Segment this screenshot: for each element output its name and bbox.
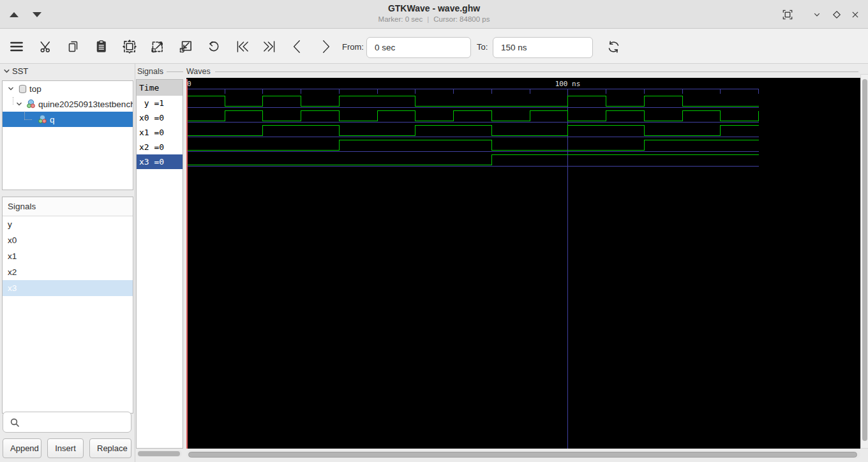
reload-button[interactable]: [602, 35, 625, 58]
signal-list-item[interactable]: x0: [3, 232, 133, 248]
titlebar: GTKWave - wave.ghw Marker: 0 sec|Cursor:…: [0, 0, 868, 29]
window-minimize-button[interactable]: [809, 7, 825, 22]
signals-frame-label: Signals: [137, 67, 163, 76]
tree-guide: [13, 97, 13, 105]
up-triangle-icon: [10, 12, 19, 17]
expander-icon: [3, 67, 11, 75]
cut-icon: [38, 39, 54, 54]
window-fit-button[interactable]: [780, 7, 795, 22]
chevron-right-icon: [317, 38, 334, 55]
marker-status: Marker: 0 sec: [378, 15, 423, 23]
copy-button[interactable]: [62, 35, 85, 58]
cut-button[interactable]: [34, 35, 57, 58]
search-icon: [10, 417, 20, 428]
chevron-left-icon: [289, 38, 306, 55]
tree-item-label: top: [29, 84, 41, 94]
scope-spheres-icon: [26, 99, 36, 109]
waves-horizontal-scrollbar[interactable]: [186, 451, 860, 458]
skip-to-end-icon: [261, 38, 278, 55]
sst-header-label: SST: [12, 66, 28, 76]
signal-value-row[interactable]: x2 =0: [137, 140, 183, 154]
tree-item-label: q: [50, 115, 55, 124]
zoom-fit-icon: [121, 38, 138, 55]
signal-values-list: Time y =1 x0 =0 x1 =0 x2 =0 x3 =0: [136, 79, 183, 449]
insert-button[interactable]: Insert: [47, 438, 84, 458]
scrollbar-thumb[interactable]: [138, 451, 180, 456]
tree-item-q[interactable]: q: [3, 112, 133, 127]
scrollbar-thumb[interactable]: [188, 452, 857, 458]
signal-search: [3, 412, 131, 433]
signal-list-item-selected[interactable]: x3: [3, 280, 133, 296]
prev-edge-button[interactable]: [286, 35, 309, 58]
from-input[interactable]: [366, 37, 471, 58]
signal-value-row-selected[interactable]: x3 =0: [137, 154, 183, 169]
time-header[interactable]: Time: [137, 80, 183, 96]
status-line: Marker: 0 sec|Cursor: 84800 ps: [0, 15, 868, 23]
paste-icon: [94, 39, 109, 54]
signal-value-row[interactable]: y =1: [137, 96, 183, 110]
to-label: To:: [477, 42, 488, 52]
reload-icon: [606, 39, 622, 55]
waves-vertical-scrollbar[interactable]: [860, 74, 868, 449]
names-horizontal-scrollbar[interactable]: [137, 451, 182, 457]
signal-search-list: Signals y x0 x1 x2 x3: [2, 197, 133, 414]
sst-header[interactable]: SST: [3, 66, 28, 76]
scope-spheres-icon: [38, 114, 48, 124]
tree-item-testbench[interactable]: quine20250913testbench: [3, 96, 133, 112]
diamond-icon: [831, 9, 842, 20]
signal-value-row[interactable]: x1 =0: [137, 125, 183, 140]
append-button[interactable]: Append: [3, 438, 41, 458]
next-edge-button[interactable]: [314, 35, 337, 58]
scroll-up-button[interactable]: [5, 8, 23, 22]
replace-button[interactable]: Replace: [89, 438, 131, 458]
frame-line: [167, 71, 183, 72]
tree-guide: [24, 112, 32, 120]
gtkwave-window: GTKWave - wave.ghw Marker: 0 sec|Cursor:…: [0, 0, 868, 462]
window-maximize-button[interactable]: [829, 7, 844, 22]
zoom-fit-button[interactable]: [118, 35, 141, 58]
chevron-down-icon: [811, 9, 823, 20]
waveform-canvas[interactable]: 0100 ns: [186, 78, 860, 449]
waves-frame-label: Waves: [186, 67, 211, 76]
signal-value-row[interactable]: x0 =0: [137, 110, 183, 125]
scrollbar-thumb[interactable]: [862, 79, 867, 441]
window-close-button[interactable]: [848, 7, 863, 22]
undo-button[interactable]: [202, 35, 225, 58]
window-title: GTKWave - wave.ghw: [0, 3, 868, 13]
tree-item-top[interactable]: top: [3, 81, 133, 96]
menu-icon: [8, 38, 25, 55]
paste-button[interactable]: [90, 35, 113, 58]
search-input[interactable]: [22, 413, 128, 431]
zoom-out-button[interactable]: [174, 35, 197, 58]
goto-start-button[interactable]: [231, 35, 254, 58]
copy-icon: [66, 39, 81, 54]
signal-list-item[interactable]: x2: [3, 264, 133, 280]
zoom-in-button[interactable]: [146, 35, 169, 58]
svg-text:100 ns: 100 ns: [555, 80, 581, 88]
waves-panel: Waves 0100 ns: [184, 64, 868, 462]
scroll-down-button[interactable]: [28, 8, 46, 22]
fit-to-window-icon: [781, 8, 794, 21]
toolbar: From: To:: [0, 29, 868, 64]
menu-button[interactable]: [5, 35, 28, 58]
module-cylinder-icon: [18, 84, 27, 94]
expander-icon[interactable]: [15, 100, 23, 108]
sst-panel: SST top quine20250913testbench: [0, 64, 135, 462]
main-area: SST top quine20250913testbench: [0, 64, 868, 462]
signal-names-panel: Signals Time y =1 x0 =0 x1 =0 x2 =0 x3 =…: [136, 64, 184, 462]
to-input[interactable]: [493, 37, 593, 58]
skip-to-start-icon: [234, 38, 251, 55]
undo-icon: [206, 39, 222, 55]
close-icon: [849, 9, 861, 20]
goto-end-button[interactable]: [258, 35, 281, 58]
cursor-status: Cursor: 84800 ps: [433, 15, 490, 23]
signal-list-item[interactable]: x1: [3, 248, 133, 264]
signal-list-item[interactable]: y: [3, 216, 133, 232]
down-triangle-icon: [33, 12, 41, 17]
status-divider: |: [427, 15, 429, 23]
signal-list-header[interactable]: Signals: [3, 197, 133, 216]
zoom-out-icon: [177, 38, 194, 55]
expander-icon[interactable]: [7, 85, 15, 93]
frame-line: [215, 71, 858, 72]
zoom-in-icon: [149, 38, 166, 55]
